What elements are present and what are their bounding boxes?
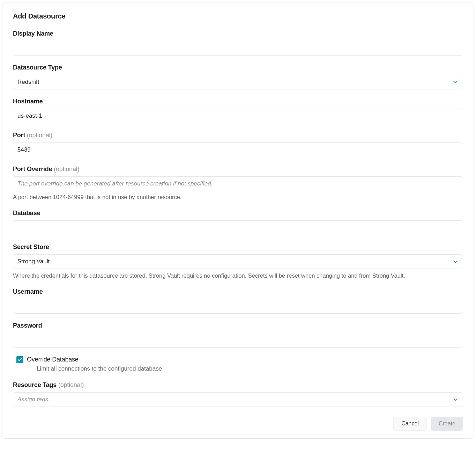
resource-tags-select[interactable]: Assign tags... <box>13 392 463 407</box>
chevron-down-icon <box>452 258 459 265</box>
override-database-row: Override Database <box>16 356 463 363</box>
chevron-down-icon <box>452 79 459 85</box>
field-override-database: Override Database Limit all connections … <box>13 356 463 372</box>
override-database-label: Override Database <box>27 356 79 363</box>
port-input[interactable] <box>13 142 463 157</box>
cancel-button[interactable]: Cancel <box>393 417 427 431</box>
field-display-name: Display Name <box>13 30 463 56</box>
field-resource-tags: Resource Tags (optional) Assign tags... <box>13 381 463 407</box>
port-override-label-text: Port Override <box>13 166 52 173</box>
override-database-sub: Limit all connections to the configured … <box>37 365 463 372</box>
create-button[interactable]: Create <box>431 417 463 431</box>
port-override-input[interactable] <box>13 176 463 191</box>
datasource-type-value: Redshift <box>17 79 39 86</box>
secret-store-label: Secret Store <box>13 243 463 251</box>
hostname-label: Hostname <box>13 98 463 105</box>
chevron-down-icon <box>452 396 459 403</box>
password-input[interactable] <box>13 333 463 348</box>
datasource-type-select[interactable]: Redshift <box>13 75 463 89</box>
username-input[interactable] <box>13 299 463 314</box>
secret-store-value: Strong Vault <box>17 258 50 265</box>
database-label: Database <box>13 210 463 217</box>
database-input[interactable] <box>13 220 463 235</box>
add-datasource-form: Add Datasource Display Name Datasource T… <box>2 2 474 439</box>
field-password: Password <box>13 322 463 348</box>
port-optional: (optional) <box>27 132 52 139</box>
field-port: Port (optional) <box>13 132 463 157</box>
port-override-helper: A port between 1024-64999 that is not in… <box>13 193 463 201</box>
display-name-label: Display Name <box>13 30 463 37</box>
resource-tags-label-text: Resource Tags <box>13 381 57 388</box>
field-datasource-type: Datasource Type Redshift <box>13 64 463 89</box>
port-override-optional: (optional) <box>54 166 79 173</box>
field-port-override: Port Override (optional) A port between … <box>13 166 463 201</box>
username-label: Username <box>13 288 463 295</box>
page-title: Add Datasource <box>13 12 463 20</box>
port-override-label: Port Override (optional) <box>13 166 463 173</box>
resource-tags-label: Resource Tags (optional) <box>13 381 463 389</box>
resource-tags-placeholder: Assign tags... <box>17 396 53 403</box>
hostname-input[interactable] <box>13 109 463 123</box>
form-actions: Cancel Create <box>13 417 463 431</box>
override-database-checkbox[interactable] <box>16 356 23 363</box>
field-hostname: Hostname <box>13 98 463 123</box>
password-label: Password <box>13 322 463 329</box>
secret-store-helper: Where the credentials for this datasourc… <box>13 272 463 280</box>
resource-tags-optional: (optional) <box>58 381 84 388</box>
display-name-input[interactable] <box>13 41 463 56</box>
datasource-type-label: Datasource Type <box>13 64 463 71</box>
field-secret-store: Secret Store Strong Vault Where the cred… <box>13 243 463 280</box>
port-label-text: Port <box>13 132 25 139</box>
port-label: Port (optional) <box>13 132 463 139</box>
secret-store-select[interactable]: Strong Vault <box>13 254 463 269</box>
field-username: Username <box>13 288 463 314</box>
field-database: Database <box>13 210 463 235</box>
